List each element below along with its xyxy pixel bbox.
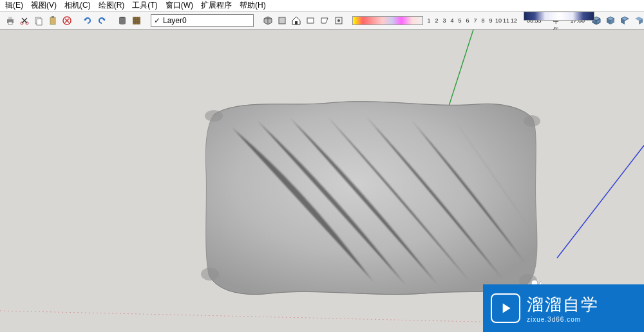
layer-dropdown[interactable]: ✓ Layer0 xyxy=(151,14,254,27)
shadow-gradient-group: 123456789101112 xyxy=(350,12,519,29)
print-icon[interactable] xyxy=(4,14,17,27)
layer-name: Layer0 xyxy=(163,16,187,25)
delete-icon[interactable] xyxy=(61,14,73,27)
menu-bar: 辑(E) 视图(V) 相机(C) 绘图(R) 工具(T) 窗口(W) 扩展程序 … xyxy=(0,0,644,12)
component-icon-4[interactable] xyxy=(632,14,644,27)
toolbar: ✓ Layer0 123456789101112 06:55 中午 17:00 xyxy=(0,12,644,30)
component-icon-3[interactable] xyxy=(618,14,631,27)
svg-rect-1 xyxy=(8,17,12,19)
blue-axis xyxy=(557,145,644,258)
redo-icon[interactable] xyxy=(95,14,108,27)
svg-rect-7 xyxy=(50,17,55,24)
svg-rect-14 xyxy=(307,18,314,23)
svg-point-19 xyxy=(205,110,223,122)
menu-draw[interactable]: 绘图(R) xyxy=(95,0,129,11)
time-gradient-bar[interactable] xyxy=(524,12,594,21)
menu-camera[interactable]: 相机(C) xyxy=(61,0,95,11)
back-view-icon[interactable] xyxy=(332,14,345,27)
watermark-banner: 溜溜自学 zixue.3d66.com xyxy=(483,284,644,332)
viewport-3d[interactable]: 溜溜自学 zixue.3d66.com xyxy=(0,30,644,332)
paste-icon[interactable] xyxy=(46,14,59,27)
svg-rect-2 xyxy=(8,22,12,24)
copy-icon[interactable] xyxy=(32,14,45,27)
front-view-icon[interactable] xyxy=(304,14,317,27)
svg-point-21 xyxy=(201,268,219,281)
play-logo-icon xyxy=(491,293,520,323)
menu-edit[interactable]: 辑(E) xyxy=(1,0,27,11)
iso-view-icon[interactable] xyxy=(261,14,274,27)
watermark-title: 溜溜自学 xyxy=(527,293,599,316)
color-gradient-bar[interactable] xyxy=(352,16,423,25)
svg-point-20 xyxy=(524,115,540,127)
svg-point-16 xyxy=(337,19,340,22)
scissors-icon[interactable] xyxy=(18,14,31,27)
svg-rect-6 xyxy=(37,19,42,25)
pillow-model[interactable] xyxy=(200,89,541,301)
component-icon-2[interactable] xyxy=(604,14,617,27)
gradient-numbers: 123456789101112 xyxy=(426,17,517,24)
database-icon[interactable] xyxy=(116,14,129,27)
texture-icon[interactable] xyxy=(130,14,143,27)
menu-view[interactable]: 视图(V) xyxy=(27,0,61,11)
top-view-icon[interactable] xyxy=(276,14,289,27)
menu-tools[interactable]: 工具(T) xyxy=(128,0,161,11)
watermark-sub: zixue.3d66.com xyxy=(527,316,599,323)
svg-rect-13 xyxy=(295,21,298,24)
menu-help[interactable]: 帮助(H) xyxy=(236,0,270,11)
menu-extensions[interactable]: 扩展程序 xyxy=(197,0,236,11)
undo-icon[interactable] xyxy=(81,14,94,27)
svg-rect-11 xyxy=(133,17,140,24)
svg-rect-8 xyxy=(52,16,54,18)
svg-rect-12 xyxy=(279,17,285,24)
side-view-icon[interactable] xyxy=(318,14,331,27)
check-icon: ✓ xyxy=(154,16,160,25)
menu-window[interactable]: 窗口(W) xyxy=(162,0,197,11)
house-icon[interactable] xyxy=(290,14,303,27)
